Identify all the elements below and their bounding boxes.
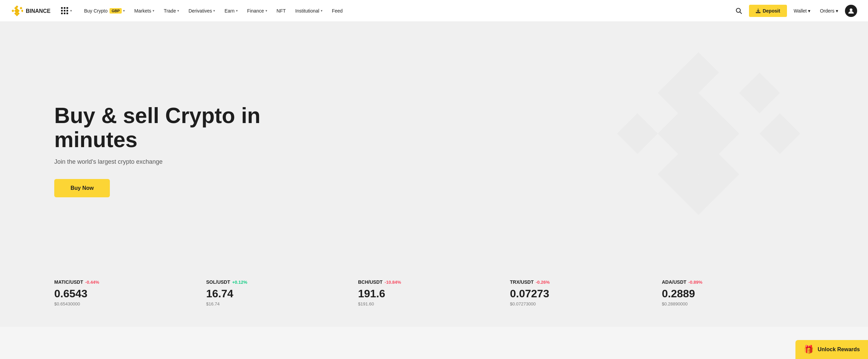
nav-items: Buy Crypto GBP ▾ Markets ▾ Trade ▾ Deriv…	[80, 5, 733, 16]
nav-item-institutional[interactable]: Institutional ▾	[291, 5, 327, 16]
hero-subtitle: Join the world's largest crypto exchange	[54, 158, 292, 165]
orders-button[interactable]: Orders ▾	[817, 5, 841, 16]
buy-crypto-dropdown-arrow: ▾	[123, 9, 125, 13]
nav-item-markets[interactable]: Markets ▾	[130, 5, 158, 16]
ticker-usd-price: $0.28890000	[662, 301, 807, 306]
ticker-pair: MATIC/USDT -0.44%	[54, 279, 199, 285]
search-button[interactable]	[733, 5, 745, 17]
nav-right: Deposit Wallet ▾ Orders ▾	[733, 5, 857, 17]
nav-item-earn[interactable]: Earn ▾	[220, 5, 242, 16]
nav-badge-gbp: GBP	[110, 8, 122, 14]
hero-background-logo	[597, 42, 800, 245]
svg-point-12	[850, 8, 852, 11]
ticker-price: 16.74	[206, 287, 351, 300]
ticker-usd-price: $0.65430000	[54, 301, 199, 306]
nav-item-buy-crypto[interactable]: Buy Crypto GBP ▾	[80, 5, 129, 16]
earn-dropdown-arrow: ▾	[236, 9, 238, 13]
svg-marker-15	[739, 73, 780, 113]
ticker-pair: SOL/USDT +0.12%	[206, 279, 351, 285]
logo[interactable]: BINANCE	[11, 5, 53, 17]
nav-label-feed: Feed	[332, 8, 343, 14]
wallet-button[interactable]: Wallet ▾	[791, 5, 813, 16]
search-icon	[735, 7, 742, 14]
ticker-price: 0.2889	[662, 287, 807, 300]
grid-menu-button[interactable]: ▾	[61, 7, 72, 14]
gift-icon: 🎁	[804, 345, 814, 354]
ticker-usd-price: $191.60	[358, 301, 503, 306]
ticker-usd-price: $0.07273000	[510, 301, 655, 306]
svg-marker-5	[21, 9, 23, 12]
orders-dropdown-arrow: ▾	[836, 8, 838, 14]
markets-dropdown-arrow: ▾	[153, 9, 154, 13]
svg-marker-4	[12, 9, 14, 12]
grid-icon	[61, 7, 68, 14]
nav-label-finance: Finance	[247, 8, 264, 14]
ticker-pair-name: ADA/USDT	[662, 279, 686, 285]
buy-now-button[interactable]: Buy Now	[54, 179, 110, 197]
svg-marker-18	[760, 113, 800, 154]
ticker-item[interactable]: BCH/USDT -10.84% 191.6 $191.60	[358, 279, 510, 306]
ticker-change: +0.12%	[232, 280, 247, 285]
user-icon	[848, 7, 854, 14]
unlock-rewards-banner[interactable]: 🎁 Unlock Rewards	[795, 340, 868, 359]
ticker-change: -0.26%	[536, 280, 550, 285]
finance-dropdown-arrow: ▾	[265, 9, 267, 13]
ticker-pair-name: SOL/USDT	[206, 279, 230, 285]
deposit-icon	[756, 8, 761, 13]
ticker-item[interactable]: TRX/USDT -0.26% 0.07273 $0.07273000	[510, 279, 662, 306]
ticker-item[interactable]: MATIC/USDT -0.44% 0.6543 $0.65430000	[54, 279, 206, 306]
ticker-section: MATIC/USDT -0.44% 0.6543 $0.65430000 SOL…	[0, 266, 868, 327]
ticker-pair-name: BCH/USDT	[358, 279, 382, 285]
user-avatar-button[interactable]	[845, 5, 857, 17]
nav-item-finance[interactable]: Finance ▾	[243, 5, 271, 16]
nav-label-institutional: Institutional	[295, 8, 319, 14]
svg-marker-2	[20, 7, 22, 9]
ticker-change: -0.44%	[85, 280, 99, 285]
ticker-usd-price: $16.74	[206, 301, 351, 306]
nav-item-feed[interactable]: Feed	[328, 5, 347, 16]
hero-section: Buy & sell Crypto in minutes Join the wo…	[0, 22, 868, 266]
deposit-button[interactable]: Deposit	[749, 5, 787, 17]
ticker-item[interactable]: ADA/USDT -0.89% 0.2889 $0.28890000	[662, 279, 814, 306]
svg-line-11	[740, 12, 742, 14]
hero-title: Buy & sell Crypto in minutes	[54, 104, 292, 152]
nav-label-buy-crypto: Buy Crypto	[84, 8, 107, 14]
ticker-price: 191.6	[358, 287, 503, 300]
wallet-label: Wallet	[794, 8, 807, 14]
ticker-item[interactable]: SOL/USDT +0.12% 16.74 $16.74	[206, 279, 358, 306]
nav-label-trade: Trade	[164, 8, 176, 14]
ticker-pair: BCH/USDT -10.84%	[358, 279, 503, 285]
ticker-pair: TRX/USDT -0.26%	[510, 279, 655, 285]
svg-marker-17	[617, 113, 658, 154]
ticker-pair-name: MATIC/USDT	[54, 279, 83, 285]
ticker-pair-name: TRX/USDT	[510, 279, 534, 285]
navbar: BINANCE ▾ Buy Crypto GBP ▾ Markets ▾ Tra…	[0, 0, 868, 22]
ticker-price: 0.6543	[54, 287, 199, 300]
trade-dropdown-arrow: ▾	[177, 9, 179, 13]
nav-item-nft[interactable]: NFT	[273, 5, 290, 16]
derivatives-dropdown-arrow: ▾	[213, 9, 215, 13]
ticker-pair: ADA/USDT -0.89%	[662, 279, 807, 285]
nav-label-markets: Markets	[134, 8, 151, 14]
svg-text:BINANCE: BINANCE	[26, 8, 51, 14]
binance-wordmark: BINANCE	[26, 7, 53, 14]
hero-content: Buy & sell Crypto in minutes Join the wo…	[54, 104, 292, 197]
grid-dropdown-arrow: ▾	[70, 9, 72, 13]
deposit-label: Deposit	[763, 8, 780, 14]
wallet-dropdown-arrow: ▾	[808, 8, 810, 14]
unlock-rewards-label: Unlock Rewards	[818, 346, 860, 353]
nav-item-derivatives[interactable]: Derivatives ▾	[184, 5, 219, 16]
nav-label-earn: Earn	[224, 8, 235, 14]
nav-item-trade[interactable]: Trade ▾	[160, 5, 183, 16]
binance-logo-icon	[11, 5, 23, 17]
nav-label-derivatives: Derivatives	[189, 8, 212, 14]
orders-label: Orders	[820, 8, 834, 14]
ticker-price: 0.07273	[510, 287, 655, 300]
ticker-change: -10.84%	[384, 280, 401, 285]
ticker-change: -0.89%	[688, 280, 702, 285]
nav-label-nft: NFT	[277, 8, 286, 14]
institutional-dropdown-arrow: ▾	[321, 9, 322, 13]
